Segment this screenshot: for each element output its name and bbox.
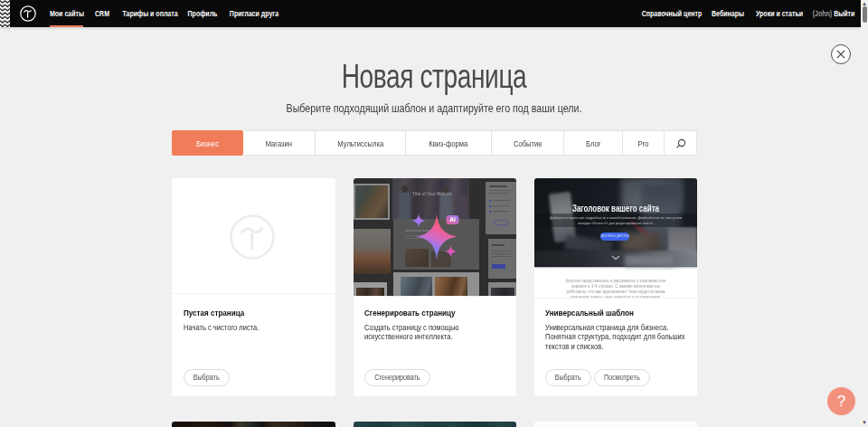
svg-text:AI: AI: [449, 216, 456, 223]
